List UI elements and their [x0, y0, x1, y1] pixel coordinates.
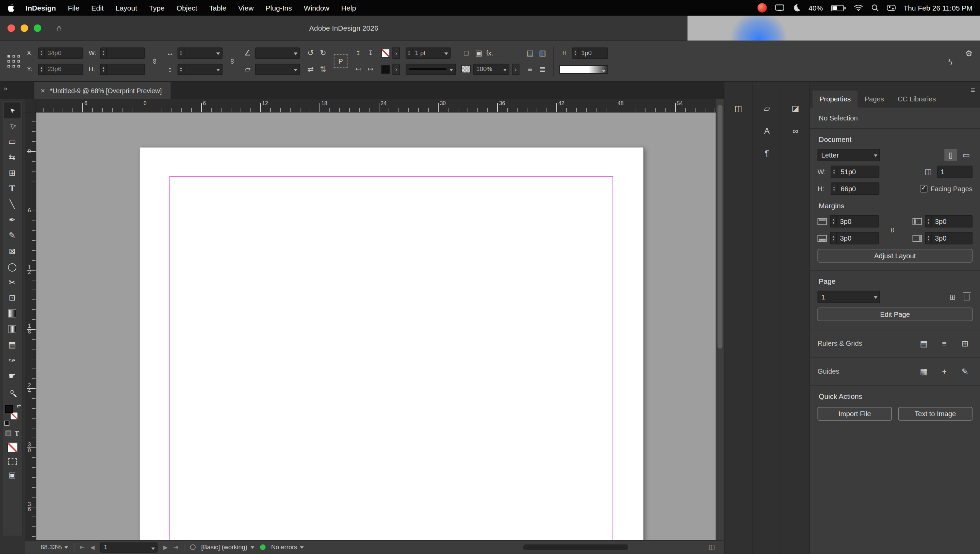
scale-y-stepper[interactable]: ▴▾ — [178, 64, 184, 74]
vertical-scrollbar[interactable] — [716, 99, 724, 540]
fill-color-expander[interactable]: › — [392, 63, 400, 75]
stroke-weight-stepper[interactable]: ▴▾ — [406, 48, 412, 58]
x-position-field[interactable]: ▴▾ 34p0 — [38, 47, 83, 59]
corner-radius-stepper[interactable]: ▴▾ — [572, 48, 579, 58]
constrain-proportions-icon[interactable]: ∞ — [151, 56, 159, 65]
text-wrap-around-button[interactable]: ▥ — [538, 48, 547, 57]
document-grid-icon[interactable]: ⊞ — [958, 337, 972, 349]
layers-panel-icon[interactable]: ◪ — [788, 102, 803, 115]
screen-mirroring-icon[interactable] — [775, 4, 784, 12]
stroke-color-swatch[interactable] — [381, 48, 390, 57]
width-field[interactable]: ▴▾ — [100, 47, 145, 59]
gap-tool[interactable]: ⇆ — [4, 150, 21, 165]
free-transform-tool[interactable]: ⊡ — [4, 290, 21, 306]
stroke-color-expander[interactable]: › — [392, 47, 400, 59]
shear-angle-field[interactable] — [255, 63, 300, 75]
swatch-gradient-dropdown[interactable] — [559, 65, 608, 73]
margin-inside-field[interactable]: ▴▾ 3p0 — [925, 215, 972, 228]
horizontal-scrollbar-thumb[interactable] — [523, 544, 628, 550]
y-stepper[interactable]: ▴▾ — [39, 64, 45, 74]
portrait-orientation-button[interactable]: ▯ — [944, 149, 957, 161]
edit-guides-icon[interactable]: ✎ — [958, 365, 972, 378]
reference-point-proxy[interactable] — [6, 53, 21, 68]
stroke-weight-field[interactable]: ▴▾ 1 pt — [406, 47, 450, 59]
pencil-tool[interactable]: ✎ — [4, 228, 21, 243]
gradient-feather-tool[interactable] — [4, 321, 21, 337]
note-tool[interactable]: ▤ — [4, 337, 21, 353]
menu-indesign[interactable]: InDesign — [25, 4, 56, 11]
landscape-orientation-button[interactable]: ▭ — [960, 149, 972, 161]
paragraph-styles-panel-icon[interactable]: ¶ — [759, 147, 775, 159]
scissors-tool[interactable]: ✂ — [4, 274, 21, 290]
formatting-affects-text-icon[interactable]: T — [14, 430, 19, 437]
margin-top-field[interactable]: ▴▾ 3p0 — [830, 215, 878, 228]
doc-width-stepper[interactable]: ▴▾ — [831, 166, 837, 178]
fill-color-swatch-tool[interactable] — [5, 405, 13, 413]
scale-y-field[interactable]: ▴▾ — [178, 63, 223, 75]
hruler[interactable]: 6061218243036424854 — [37, 99, 716, 112]
doc-height-field[interactable]: ▴▾ 66p0 — [830, 182, 879, 195]
show-guides-icon[interactable]: ▦ — [916, 365, 931, 378]
type-tool[interactable]: T — [4, 181, 21, 196]
flip-vertical-button[interactable]: ⇅ — [318, 65, 328, 73]
zoom-level-dropdown[interactable]: 68.33% — [40, 544, 68, 551]
menu-edit[interactable]: Edit — [91, 4, 103, 11]
text-to-image-button[interactable]: Text to Image — [898, 407, 972, 420]
page-select[interactable]: 1 — [817, 291, 880, 303]
menu-window[interactable]: Window — [304, 4, 329, 11]
preflight-profile-dropdown[interactable]: [Basic] (working) — [201, 544, 254, 551]
zoom-window-button[interactable] — [34, 24, 41, 32]
menu-file[interactable]: File — [68, 4, 79, 11]
ruler-icon[interactable]: ▤ — [916, 337, 931, 349]
apple-menu-icon[interactable] — [8, 3, 16, 12]
view-options-icon[interactable] — [8, 458, 17, 465]
height-field[interactable]: ▴▾ — [100, 63, 145, 75]
transparency-icon[interactable] — [461, 65, 471, 73]
page-size-select[interactable]: Letter — [817, 149, 880, 161]
creative-cloud-icon[interactable] — [757, 3, 767, 13]
eyedropper-tool[interactable]: ✑ — [4, 353, 21, 368]
focus-moon-icon[interactable] — [792, 4, 800, 12]
margin-outside-field[interactable]: ▴▾ 3p0 — [925, 232, 972, 244]
stroke-type-dropdown[interactable] — [406, 63, 456, 75]
doc-height-stepper[interactable]: ▴▾ — [831, 183, 837, 194]
w-stepper[interactable]: ▴▾ — [101, 48, 107, 58]
home-screen-icon[interactable]: ⌂ — [56, 22, 62, 33]
doc-width-field[interactable]: ▴▾ 51p0 — [830, 166, 879, 178]
margin-bottom-field[interactable]: ▴▾ 3p0 — [830, 232, 878, 244]
scale-x-stepper[interactable]: ▴▾ — [178, 48, 184, 58]
smart-guides-icon[interactable]: + — [937, 365, 952, 378]
tab-pages[interactable]: Pages — [858, 91, 891, 108]
facing-pages-checkbox[interactable] — [920, 185, 927, 193]
selection-tool[interactable]: ➤ — [4, 102, 21, 118]
close-window-button[interactable] — [8, 24, 15, 32]
select-content-button[interactable]: ↧ — [366, 49, 375, 56]
menu-layout[interactable]: Layout — [116, 4, 137, 11]
tab-cc-libraries[interactable]: CC Libraries — [891, 91, 943, 108]
menu-object[interactable]: Object — [177, 4, 197, 11]
vruler[interactable]: 061218243036 — [25, 113, 36, 540]
corner-radius-field[interactable]: ▴▾ 1p0 — [572, 47, 608, 59]
apply-none-button[interactable] — [7, 443, 17, 452]
fx-icon[interactable]: fx. — [486, 49, 493, 56]
opacity-expander[interactable]: › — [512, 63, 519, 75]
margin-bottom-stepper[interactable]: ▴▾ — [830, 232, 837, 244]
margin-inside-stepper[interactable]: ▴▾ — [926, 216, 932, 227]
control-center-icon[interactable] — [887, 4, 896, 12]
select-container-button[interactable]: ↥ — [353, 49, 363, 56]
margin-outside-stepper[interactable]: ▴▾ — [926, 232, 932, 244]
margin-top-stepper[interactable]: ▴▾ — [830, 216, 837, 227]
close-tab-icon[interactable]: × — [40, 86, 45, 95]
menu-help[interactable]: Help — [341, 4, 356, 11]
swap-fill-stroke-icon[interactable]: ⇄ — [17, 403, 21, 409]
previous-page-button[interactable]: ◀ — [90, 544, 95, 550]
menu-type[interactable]: Type — [149, 4, 165, 11]
preflight-status-dropdown[interactable]: No errors — [271, 544, 304, 551]
quick-apply-lightning-icon[interactable]: ϟ — [948, 57, 953, 67]
line-tool[interactable]: ╲ — [4, 196, 21, 212]
minimize-window-button[interactable] — [21, 24, 28, 32]
tools-collapse-icon[interactable]: » — [4, 85, 7, 92]
x-stepper[interactable]: ▴▾ — [39, 48, 45, 58]
pages-panel-icon[interactable]: ◫ — [731, 102, 746, 115]
hand-tool[interactable]: ☛ — [4, 368, 21, 384]
